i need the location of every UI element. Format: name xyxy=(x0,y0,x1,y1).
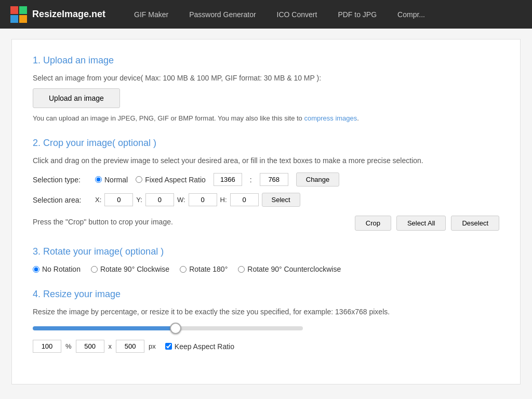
h-input[interactable]: 0 xyxy=(230,193,259,206)
px-unit: px xyxy=(149,342,156,350)
keep-aspect-checkbox[interactable] xyxy=(165,343,172,350)
y-input[interactable]: 0 xyxy=(145,193,174,206)
change-button[interactable]: Change xyxy=(296,172,340,187)
rotate-180-option[interactable]: Rotate 180° xyxy=(180,265,228,273)
resize-inputs-row: 100 % 500 x 500 px Keep Aspect Ratio xyxy=(33,340,499,353)
nav-password-generator[interactable]: Password Generator xyxy=(187,10,258,19)
compress-suffix: . xyxy=(357,114,359,122)
rotate-none-option[interactable]: No Rotation xyxy=(33,265,81,273)
rotate-90ccw-option[interactable]: Rotate 90° Counterclockwise xyxy=(238,265,341,273)
logo-text: ResizeImage.net xyxy=(32,9,105,20)
resize-description: Resize the image by percentage, or resiz… xyxy=(33,308,499,316)
keep-aspect-label[interactable]: Keep Aspect Ratio xyxy=(165,342,234,351)
x-label: X: xyxy=(95,196,101,204)
radio-fixed-label: Fixed Aspect Ratio xyxy=(145,176,206,184)
rotate-section: 3. Rotate your image( optional ) No Rota… xyxy=(33,246,499,273)
radio-normal-option[interactable]: Normal xyxy=(95,176,128,184)
radio-group-selection: Normal Fixed Aspect Ratio 1366 : 768 Cha… xyxy=(95,172,339,187)
nav-pdf-to-jpg[interactable]: PDF to JPG xyxy=(335,10,379,19)
compress-images-link[interactable]: compress images xyxy=(304,114,357,122)
rotate-options-group: No Rotation Rotate 90° Clockwise Rotate … xyxy=(33,265,499,273)
logo-icon xyxy=(10,6,27,23)
slider-container xyxy=(33,324,499,332)
height-input[interactable]: 500 xyxy=(116,340,144,353)
rotate-180-radio[interactable] xyxy=(180,266,187,273)
width-input[interactable]: 500 xyxy=(76,340,104,353)
upload-description: Select an image from your device( Max: 1… xyxy=(33,74,499,82)
nav-gif-maker[interactable]: GIF Maker xyxy=(131,10,171,19)
crop-press-desc: Press the "Crop" button to crop your ima… xyxy=(33,218,173,226)
y-label: Y: xyxy=(136,196,142,204)
logo-area: ResizeImage.net xyxy=(10,6,105,23)
upload-info-text: You can upload an image in JPEG, PNG, GI… xyxy=(33,114,304,122)
radio-normal-label: Normal xyxy=(104,176,128,184)
selection-area-label: Selection area: xyxy=(33,196,90,204)
percent-input[interactable]: 100 xyxy=(33,340,61,353)
radio-fixed-input[interactable] xyxy=(136,176,142,183)
colon-separator: : xyxy=(250,176,252,184)
selection-area-row: Selection area: X: 0 Y: 0 W: 0 H: 0 Sele… xyxy=(33,193,499,207)
main-content: 1. Upload an image Select an image from … xyxy=(11,39,521,384)
crop-buttons-row: Press the "Crop" button to crop your ima… xyxy=(33,213,499,231)
rotate-180-label: Rotate 180° xyxy=(189,265,228,273)
resize-section: 4. Resize your image Resize the image by… xyxy=(33,289,499,353)
crop-buttons-group: Crop Select All Deselect xyxy=(355,216,499,231)
coord-group: X: 0 Y: 0 W: 0 H: 0 Select xyxy=(95,193,300,207)
deselect-button[interactable]: Deselect xyxy=(451,216,499,231)
rotate-90cw-option[interactable]: Rotate 90° Clockwise xyxy=(91,265,169,273)
upload-button[interactable]: Upload an image xyxy=(33,88,120,108)
dim-height-input[interactable]: 768 xyxy=(260,173,288,186)
rotate-90ccw-label: Rotate 90° Counterclockwise xyxy=(247,265,341,273)
selection-type-row: Selection type: Normal Fixed Aspect Rati… xyxy=(33,172,499,187)
upload-section-title: 1. Upload an image xyxy=(33,55,499,66)
radio-fixed-option[interactable]: Fixed Aspect Ratio xyxy=(136,176,206,184)
upload-info: You can upload an image in JPEG, PNG, GI… xyxy=(33,114,499,122)
select-all-button[interactable]: Select All xyxy=(396,216,446,231)
rotate-none-radio[interactable] xyxy=(33,266,39,273)
w-input[interactable]: 0 xyxy=(189,193,217,206)
header: ResizeImage.net GIF Maker Password Gener… xyxy=(0,0,532,29)
percent-unit: % xyxy=(65,342,72,350)
resize-section-title: 4. Resize your image xyxy=(33,289,499,300)
x-input[interactable]: 0 xyxy=(104,193,133,206)
crop-section: 2. Crop your image( optional ) Click and… xyxy=(33,138,499,231)
dim-width-input[interactable]: 1366 xyxy=(214,173,242,186)
w-label: W: xyxy=(177,196,185,204)
crop-section-title: 2. Crop your image( optional ) xyxy=(33,138,499,149)
crop-button[interactable]: Crop xyxy=(355,216,391,231)
x-separator: x xyxy=(109,342,112,350)
nav-ico-convert[interactable]: ICO Convert xyxy=(274,10,320,19)
h-label: H: xyxy=(220,196,227,204)
select-button[interactable]: Select xyxy=(262,193,300,207)
keep-aspect-text: Keep Aspect Ratio xyxy=(175,342,234,351)
nav-compress[interactable]: Compr... xyxy=(395,10,428,19)
resize-slider[interactable] xyxy=(33,326,303,330)
rotate-90cw-radio[interactable] xyxy=(91,266,98,273)
crop-description: Click and drag on the preview image to s… xyxy=(33,156,499,165)
rotate-section-title: 3. Rotate your image( optional ) xyxy=(33,246,499,257)
rotate-90cw-label: Rotate 90° Clockwise xyxy=(100,265,169,273)
selection-type-label: Selection type: xyxy=(33,176,90,184)
rotate-none-label: No Rotation xyxy=(42,265,81,273)
upload-section: 1. Upload an image Select an image from … xyxy=(33,55,499,122)
rotate-90ccw-radio[interactable] xyxy=(238,266,245,273)
radio-normal-input[interactable] xyxy=(95,176,102,183)
